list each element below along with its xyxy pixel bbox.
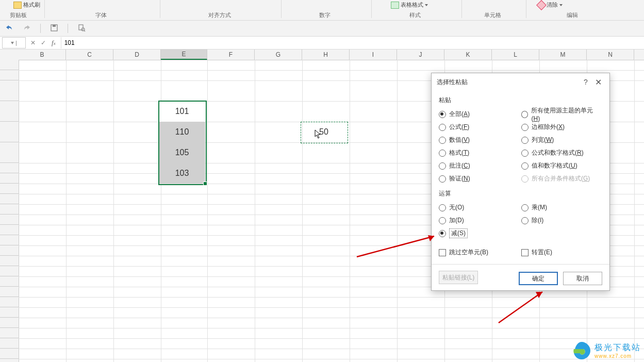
col-header-i[interactable]: I (350, 50, 397, 60)
group-styles-label: 样式 (371, 11, 459, 19)
table-format-button[interactable]: 表格格式 (391, 1, 428, 9)
cell-e6[interactable]: 103 (159, 163, 205, 184)
row-header-19[interactable] (0, 287, 19, 297)
paste-radio-left-3[interactable]: 格式(T) (439, 146, 521, 159)
print-preview-button[interactable] (77, 24, 86, 34)
row-header-4[interactable] (0, 101, 19, 122)
redo-button[interactable] (23, 24, 31, 34)
row-header-24[interactable] (0, 338, 19, 349)
paste-link-button: 粘贴链接(L) (439, 271, 478, 284)
watermark: 极光下载站 www.xz7.com (571, 340, 641, 361)
col-header-g[interactable]: G (255, 50, 302, 60)
row-header-17[interactable] (0, 266, 19, 276)
name-box[interactable]: | (2, 37, 26, 48)
row-header-25[interactable] (0, 349, 19, 359)
col-header-m[interactable]: M (539, 50, 587, 60)
row-header-2[interactable] (0, 70, 19, 80)
dialog-help-button[interactable]: ? (580, 78, 592, 86)
col-header-l[interactable]: L (492, 50, 539, 60)
ok-button[interactable]: 确定 (519, 272, 558, 285)
svg-rect-1 (53, 25, 56, 27)
col-header-f[interactable]: F (207, 50, 255, 60)
row-header-20[interactable] (0, 297, 19, 307)
paste-radio-right-4[interactable]: 值和数字格式(U) (521, 159, 599, 172)
paste-radio-right-3[interactable]: 公式和数字格式(R) (521, 146, 599, 159)
cell-e3[interactable]: 101 (159, 101, 205, 122)
paste-radio-left-1[interactable]: 公式(F) (439, 121, 521, 134)
transpose-checkbox[interactable]: 转置(E) (521, 246, 599, 259)
worksheet[interactable]: BCDEFGHIJKLMN 101 110 105 103 50 选择性粘贴 ?… (0, 50, 644, 362)
row-header-9[interactable] (0, 184, 19, 194)
cell-e4[interactable]: 110 (159, 122, 205, 142)
row-header-26[interactable] (0, 359, 19, 362)
watermark-logo-icon (571, 340, 592, 361)
watermark-url: www.xz7.com (595, 353, 641, 359)
row-header-23[interactable] (0, 328, 19, 338)
dialog-titlebar[interactable]: 选择性粘贴 ? ✕ (432, 73, 609, 91)
col-header-h[interactable]: H (302, 50, 350, 60)
dialog-title: 选择性粘贴 (437, 78, 580, 87)
row-header-10[interactable] (0, 194, 19, 204)
paste-radio-left-4[interactable]: 批注(C) (439, 159, 521, 172)
undo-button[interactable] (5, 24, 13, 34)
formula-bar: | ✕ ✓ fx (0, 37, 644, 50)
svg-line-4 (84, 30, 85, 31)
row-header-6[interactable] (0, 142, 19, 163)
confirm-edit-button[interactable]: ✓ (38, 38, 48, 48)
op-add-radio[interactable]: 加(D) (439, 214, 521, 227)
col-header-b[interactable]: B (19, 50, 66, 60)
row-header-1[interactable] (0, 60, 19, 70)
row-header-21[interactable] (0, 307, 19, 318)
row-header-13[interactable] (0, 225, 19, 235)
group-cells-label: 单元格 (461, 11, 523, 19)
formula-input[interactable] (61, 37, 644, 48)
row-header-15[interactable] (0, 245, 19, 256)
format-painter-label: 格式刷 (23, 2, 40, 8)
col-header-e[interactable]: E (161, 50, 207, 60)
paste-radio-left-5[interactable]: 验证(N) (439, 172, 521, 185)
col-header-k[interactable]: K (444, 50, 492, 60)
op-sub-radio[interactable]: 减(S) (439, 227, 521, 240)
group-font-label: 字体 (44, 11, 158, 19)
col-header-j[interactable]: J (397, 50, 444, 60)
row-header-5[interactable] (0, 122, 19, 142)
fx-icon[interactable]: fx (52, 39, 56, 47)
cancel-edit-button[interactable]: ✕ (28, 38, 38, 48)
group-alignment-label: 对齐方式 (160, 11, 279, 19)
cell-e5[interactable]: 105 (159, 142, 205, 163)
cancel-button[interactable]: 取消 (563, 272, 602, 285)
format-painter-button[interactable]: 格式刷 (13, 1, 40, 9)
row-header-16[interactable] (0, 256, 19, 266)
col-header-n[interactable]: N (587, 50, 634, 60)
row-header-11[interactable] (0, 204, 19, 215)
skip-blanks-checkbox[interactable]: 跳过空单元(B) (439, 246, 521, 259)
ribbon: 格式刷 剪贴板 字体 对齐方式 数字 表格格式 样式 单元格 清除 编辑 (0, 0, 644, 21)
svg-rect-2 (79, 25, 83, 30)
op-mul-radio[interactable]: 乘(M) (521, 201, 599, 214)
cell-h4[interactable]: 50 (301, 122, 347, 142)
paste-radio-right-0[interactable]: 所有使用源主题的单元(H) (521, 108, 599, 121)
row-header-3[interactable] (0, 80, 19, 101)
op-none-radio[interactable]: 无(O) (439, 201, 521, 214)
paste-radio-right-2[interactable]: 列宽(W) (521, 134, 599, 146)
paste-radio-left-2[interactable]: 数值(V) (439, 134, 521, 146)
row-header-7[interactable] (0, 163, 19, 173)
table-format-label: 表格格式 (401, 2, 423, 8)
row-header-12[interactable] (0, 215, 19, 225)
row-header-22[interactable] (0, 318, 19, 328)
paste-radio-left-0[interactable]: 全部(A) (439, 108, 521, 121)
quick-access-toolbar (0, 21, 644, 37)
row-header-14[interactable] (0, 235, 19, 245)
op-div-radio[interactable]: 除(I) (521, 214, 599, 227)
save-button[interactable] (50, 24, 58, 34)
row-header-18[interactable] (0, 276, 19, 287)
dialog-close-button[interactable]: ✕ (592, 77, 604, 87)
col-header-d[interactable]: D (113, 50, 161, 60)
paste-radio-right-1[interactable]: 边框除外(X) (521, 121, 599, 134)
clear-button[interactable]: 清除 (538, 1, 563, 9)
col-header-c[interactable]: C (66, 50, 113, 60)
paste-special-dialog: 选择性粘贴 ? ✕ 粘贴 全部(A)公式(F)数值(V)格式(T)批注(C)验证… (431, 73, 610, 291)
paste-radio-right-5: 所有合并条件格式(G) (521, 172, 599, 185)
row-header-8[interactable] (0, 173, 19, 184)
group-clipboard-label: 剪贴板 (0, 11, 36, 19)
